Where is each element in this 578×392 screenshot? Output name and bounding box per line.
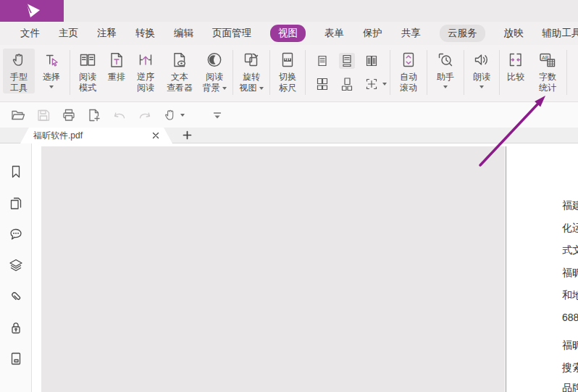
toolbar-divider [566,50,567,95]
toggle-ruler-button[interactable]: 切换 标尺 [272,49,303,93]
pdf-page-text[interactable]: 福建 化运 式文 福昕 和地 688 福昕 搜索 品牌 [506,146,578,392]
select-tool-button[interactable]: 选择 [35,49,68,91]
ruler-icon [278,51,297,70]
new-tab-button[interactable] [183,130,192,140]
menu-page-management[interactable]: 页面管理 [212,27,251,40]
rotate-view-button[interactable]: 旋转 视图 [235,49,268,93]
new-page-button[interactable] [86,107,102,123]
document-workspace: 福建 化运 式文 福昕 和地 688 福昕 搜索 品牌 [0,143,578,392]
facing-layout-button[interactable] [364,53,380,69]
compare-icon [506,51,525,70]
word-count-icon: AB [538,51,557,70]
toolbar-divider [499,50,500,95]
single-page-layout-button[interactable] [314,53,330,69]
document-text-line: 福昕 [562,339,578,352]
menu-cloud-service[interactable]: 云服务 [440,25,485,42]
rotate-view-label: 旋转 视图 [240,72,264,93]
facing-pages-icon [365,54,378,67]
ribbon-menu: 文件 主页 注释 转换 编辑 页面管理 视图 表单 保护 共享 云服务 放映 辅… [0,22,578,45]
continuous-facing-layout-button[interactable] [314,76,330,92]
security-lock-icon[interactable] [8,320,24,335]
notes-page-icon[interactable] [8,351,24,367]
bookmarks-icon[interactable] [8,164,24,180]
menu-protect[interactable]: 保护 [363,27,382,40]
chevron-down-icon [382,83,387,88]
hand-icon [162,107,178,123]
quick-access-toolbar [0,102,578,128]
chevron-down-icon [479,86,484,91]
print-icon [61,107,77,123]
document-tab-bar: 福昕软件.pdf [0,128,578,143]
menu-comment[interactable]: 注释 [97,27,117,40]
menu-view[interactable]: 视图 [270,25,306,42]
toolbar-divider [427,50,427,95]
auto-scroll-button[interactable]: 自动 滚动 [392,49,425,93]
chevron-down-icon [259,87,264,92]
menu-convert[interactable]: 转换 [135,27,155,40]
hand-tool-button[interactable]: 手型 工具 [3,49,35,93]
continuous-page-icon [340,54,353,67]
reverse-read-button[interactable]: 逆序 阅读 [130,49,162,93]
menu-edit[interactable]: 编辑 [174,27,193,40]
document-text-line: 式文 [562,244,578,257]
redo-button[interactable] [137,107,153,123]
save-button[interactable] [35,107,51,123]
document-text-line: 化运 [562,222,578,235]
open-folder-icon [10,107,26,123]
chevron-down-icon [49,86,54,91]
plus-icon [183,130,192,140]
rotate-view-icon [242,51,261,70]
menu-share[interactable]: 共享 [401,27,421,40]
close-icon [152,132,159,139]
print-button[interactable] [61,107,77,123]
text-viewer-button[interactable]: 文本 查看器 [162,49,198,93]
menu-home[interactable]: 主页 [59,27,78,40]
undo-button[interactable] [112,107,127,123]
menu-accessibility[interactable]: 辅助工具 [543,27,578,40]
chevron-down-icon [443,86,448,91]
book-icon [78,51,97,70]
comments-icon[interactable] [8,226,24,242]
toggle-ruler-label: 切换 标尺 [279,72,296,93]
attachments-icon[interactable] [8,288,24,304]
document-tab[interactable]: 福昕软件.pdf [20,128,172,143]
assistant-button[interactable]: 助手 [429,49,462,91]
toolbar-divider [269,50,270,95]
tab-close-button[interactable] [152,132,159,139]
reverse-read-label: 逆序 阅读 [137,72,154,93]
reading-background-button[interactable]: 阅读 背景 [198,49,231,93]
layers-icon[interactable] [8,257,24,273]
customize-toolbar-icon [211,109,224,122]
text-viewer-label: 文本 查看器 [167,72,193,93]
open-file-button[interactable] [10,107,26,123]
continuous-layout-button[interactable] [339,53,355,69]
save-icon [35,107,51,123]
menu-form[interactable]: 表单 [324,27,344,40]
read-mode-button[interactable]: 阅读 模式 [72,49,104,93]
select-tool-label: 选择 [43,72,60,83]
compare-button[interactable]: 比较 [501,49,530,83]
cover-facing-icon [340,78,353,91]
read-mode-label: 阅读 模式 [79,72,96,93]
cover-facing-layout-button[interactable] [339,76,355,92]
menu-presentation[interactable]: 放映 [504,27,524,40]
new-page-icon [86,107,102,123]
reading-background-label: 阅读 背景 [203,72,227,93]
app-logo[interactable] [0,0,64,22]
select-cursor-icon [42,51,61,70]
customize-toolbar-button[interactable] [211,109,224,122]
hand-tool-label: 手型 工具 [10,72,28,93]
compare-label: 比较 [507,72,524,83]
read-aloud-button[interactable]: 朗读 [466,49,498,91]
chevron-down-icon [222,87,227,92]
pdf-page-blank[interactable] [41,146,505,392]
reflow-button[interactable]: 重排 [104,49,130,83]
pages-icon[interactable] [8,195,24,211]
menu-file[interactable]: 文件 [20,27,40,40]
split-view-button[interactable] [364,76,380,92]
tab-title: 福昕软件.pdf [33,130,152,142]
single-page-icon [316,54,329,67]
hand-tool-quick-button[interactable] [162,107,185,123]
toolbar-divider [305,50,306,95]
word-count-button[interactable]: AB 字数 统计 [530,49,565,93]
